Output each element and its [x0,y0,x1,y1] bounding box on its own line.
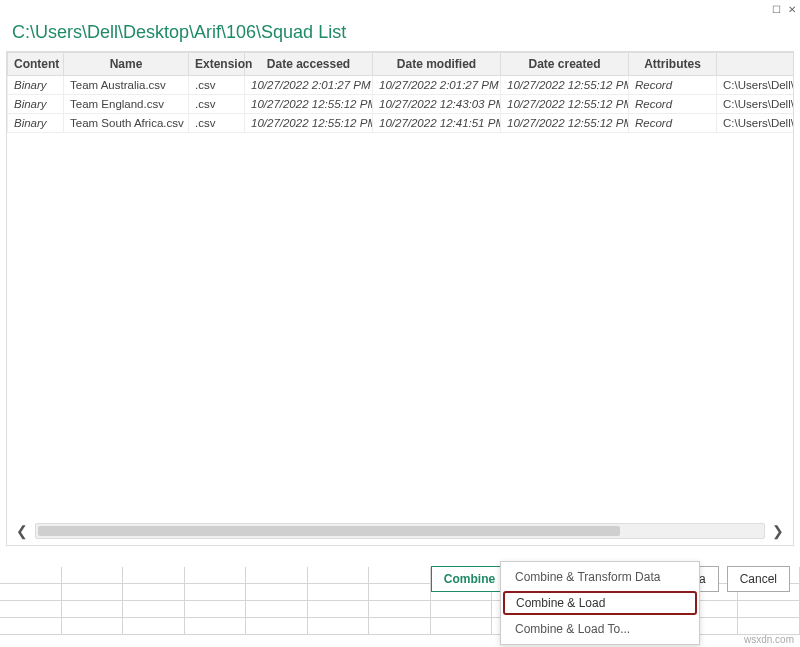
cell-folder: C:\Users\Dell\De [717,114,795,133]
cell-modified: 10/27/2022 2:01:27 PM [373,76,501,95]
table-header-row: Content Name Extension Date accessed Dat… [8,53,795,76]
horizontal-scrollbar[interactable] [35,523,765,539]
cell-name: Team South Africa.csv [64,114,189,133]
close-icon[interactable]: ✕ [786,3,798,15]
cell-modified: 10/27/2022 12:43:03 PM [373,95,501,114]
scroll-right-arrow[interactable]: ❯ [767,523,789,539]
cell-folder: C:\Users\Dell\De [717,76,795,95]
col-date-created[interactable]: Date created [501,53,629,76]
table-row[interactable]: BinaryTeam England.csv.csv10/27/2022 12:… [8,95,795,114]
col-extension[interactable]: Extension [189,53,245,76]
cell-ext: .csv [189,95,245,114]
col-date-accessed[interactable]: Date accessed [245,53,373,76]
col-name[interactable]: Name [64,53,189,76]
cell-folder: C:\Users\Dell\De [717,95,795,114]
cell-name: Team Australia.csv [64,76,189,95]
title-bar: ☐ ✕ [0,0,800,18]
col-content[interactable]: Content [8,53,64,76]
table-row[interactable]: BinaryTeam South Africa.csv.csv10/27/202… [8,114,795,133]
cell-modified: 10/27/2022 12:41:51 PM [373,114,501,133]
col-date-modified[interactable]: Date modified [373,53,501,76]
data-preview-table: Content Name Extension Date accessed Dat… [6,51,794,546]
cancel-button[interactable]: Cancel [727,566,790,592]
cell-content: Binary [8,76,64,95]
cell-accessed: 10/27/2022 12:55:12 PM [245,114,373,133]
cell-name: Team England.csv [64,95,189,114]
cell-ext: .csv [189,76,245,95]
cell-attr: Record [629,76,717,95]
col-attributes[interactable]: Attributes [629,53,717,76]
cell-created: 10/27/2022 12:55:12 PM [501,76,629,95]
cell-ext: .csv [189,114,245,133]
cell-created: 10/27/2022 12:55:12 PM [501,114,629,133]
watermark: wsxdn.com [744,634,794,645]
col-folder[interactable]: Fol [717,53,795,76]
cell-content: Binary [8,95,64,114]
maximize-icon[interactable]: ☐ [770,3,782,15]
cell-accessed: 10/27/2022 12:55:12 PM [245,95,373,114]
table-row[interactable]: BinaryTeam Australia.csv.csv10/27/2022 2… [8,76,795,95]
cell-content: Binary [8,114,64,133]
combine-label: Combine [444,572,495,586]
cell-accessed: 10/27/2022 2:01:27 PM [245,76,373,95]
scroll-left-arrow[interactable]: ❮ [11,523,33,539]
cell-attr: Record [629,114,717,133]
menu-combine-load[interactable]: Combine & Load [503,591,697,615]
cell-created: 10/27/2022 12:55:12 PM [501,95,629,114]
menu-combine-load-to[interactable]: Combine & Load To... [501,616,699,642]
menu-combine-transform[interactable]: Combine & Transform Data [501,564,699,590]
cell-attr: Record [629,95,717,114]
path-title: C:\Users\Dell\Desktop\Arif\106\Squad Lis… [0,18,800,51]
combine-dropdown-menu: Combine & Transform Data Combine & Load … [500,561,700,645]
